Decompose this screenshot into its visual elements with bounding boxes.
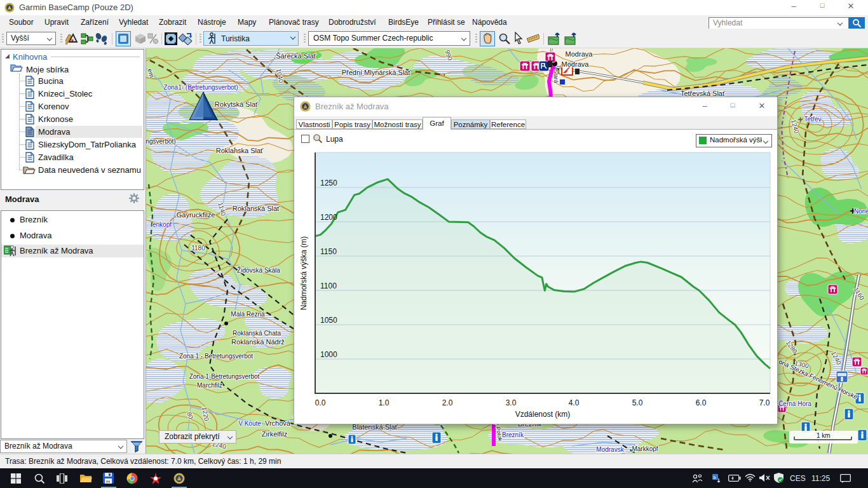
svg-text:Roklanska Slať: Roklanska Slať	[216, 147, 264, 154]
svg-text:Roklanská Slať: Roklanská Slať	[233, 205, 280, 212]
svg-text:V Koute: V Koute	[238, 420, 261, 427]
svg-text:Židovská Skála: Židovská Skála	[237, 266, 280, 274]
svg-text:Zona 1-Betretungsverbot: Zona 1-Betretungsverbot	[189, 373, 260, 380]
svg-text:Tetřev: Tetřev	[804, 116, 821, 123]
svg-text:ngsverbot): ngsverbot)	[146, 138, 176, 145]
svg-text:0.0: 0.0	[315, 398, 326, 407]
svg-text:Zona 1 - Betretungsverbot: Zona 1 - Betretungsverbot	[179, 353, 253, 360]
svg-text:2.0: 2.0	[442, 398, 453, 407]
svg-text:64: 64	[106, 480, 110, 484]
svg-text:4.0: 4.0	[569, 398, 580, 407]
svg-text:1180: 1180	[191, 245, 205, 252]
svg-text:Brezník: Brezník	[502, 431, 524, 438]
svg-text:Roklanská Chata: Roklanská Chata	[233, 330, 281, 337]
svg-text:Markkopf: Markkopf	[632, 445, 658, 452]
svg-text:1150: 1150	[320, 247, 337, 256]
svg-text:Nadmořská výška (m): Nadmořská výška (m)	[299, 236, 308, 311]
svg-text:b: b	[714, 475, 716, 480]
svg-text:1100: 1100	[320, 281, 337, 290]
svg-text:Modrava: Modrava	[566, 50, 593, 58]
svg-text:Stará: Stará	[553, 69, 559, 83]
svg-text:5.0: 5.0	[632, 398, 643, 407]
svg-text:1000: 1000	[320, 350, 337, 359]
svg-text:Modrava: Modrava	[562, 60, 590, 68]
svg-text:Šárecká Slať: Šárecká Slať	[276, 52, 316, 60]
svg-text:enkopf: enkopf	[153, 221, 172, 228]
svg-text:Modravsk: Modravsk	[596, 446, 624, 453]
svg-text:Zona1- (Betretungsverbot): Zona1- (Betretungsverbot)	[163, 84, 238, 91]
svg-text:Roklanská Nádrž: Roklanská Nádrž	[231, 338, 285, 346]
svg-text:Zirkelfilz: Zirkelfilz	[262, 430, 287, 438]
svg-text:7.0: 7.0	[759, 398, 770, 407]
svg-text:Přední Mlynárská Slať: Přední Mlynárská Slať	[342, 69, 412, 76]
svg-text:Černá Hora: Černá Hora	[778, 400, 811, 407]
svg-text:Vrchová: Vrchová	[265, 419, 291, 427]
svg-text:Marchfilz: Marchfilz	[197, 382, 222, 389]
svg-text:6.0: 6.0	[696, 398, 707, 407]
svg-text:1200: 1200	[320, 213, 337, 222]
svg-text:1250: 1250	[320, 179, 337, 187]
svg-text:1 km: 1 km	[817, 432, 831, 439]
svg-text:Rokytská Slať: Rokytská Slať	[215, 100, 259, 108]
svg-text:1.0: 1.0	[379, 398, 390, 407]
svg-text:Malá Rezná: Malá Rezná	[231, 311, 265, 318]
svg-text:Gayruckfilze: Gayruckfilze	[177, 211, 215, 219]
svg-text:Noné: Noné	[854, 208, 868, 215]
svg-text:1050: 1050	[320, 316, 337, 325]
svg-text:3.0: 3.0	[506, 398, 517, 407]
svg-text:Vzdálenost (km): Vzdálenost (km)	[515, 410, 571, 419]
